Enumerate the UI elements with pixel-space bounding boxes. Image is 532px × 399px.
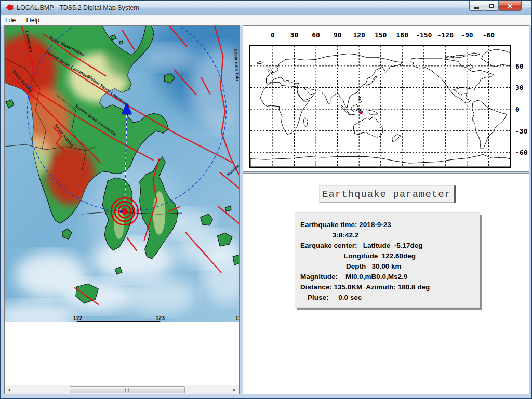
world-map-longitude-label: 30	[290, 31, 299, 39]
world-map-longitude-label: -150	[416, 31, 432, 39]
menu-bar: File Help	[1, 15, 531, 26]
earthquake-parameter-line: 3:8:42.2	[300, 230, 480, 241]
world-map-latitude-label: 60	[515, 62, 524, 70]
world-coastline	[482, 49, 510, 66]
world-coastline	[348, 114, 354, 115]
world-map-longitude-label: 120	[353, 31, 365, 39]
earthquake-panel: Earthquake parameter Earthquake time: 20…	[243, 173, 529, 394]
local-map-canvas[interactable]: LawanopoSesar MatarombeoSistem Sesar Law…	[5, 26, 239, 322]
earthquake-parameter-line: Earquake center: Latitude -5.17deg	[300, 241, 480, 251]
earthquake-parameter-line: Distance: 135.0KM Azimuth: 180.8 deg	[300, 282, 480, 292]
scroll-right-button[interactable]: ▸	[230, 385, 239, 394]
world-coastline	[351, 105, 358, 112]
earthquake-parameter-line: Depth 30.00 km	[300, 261, 480, 272]
world-map-longitude-label: 90	[334, 31, 342, 39]
world-map-latitude-label: -30	[515, 127, 527, 135]
island	[119, 41, 123, 44]
world-map-station-marker	[361, 111, 363, 113]
world-coastline	[250, 154, 510, 167]
window-title: LOCAL.BMP - TDS5.2 Digital Map System	[17, 4, 139, 11]
world-map-longitude-label: -120	[437, 31, 454, 39]
world-coastline	[411, 58, 494, 103]
epicenter-station-dot	[119, 210, 123, 213]
earthquake-parameter-line: Pluse: 0.0 sec	[300, 292, 480, 303]
map-longitude-label: 123	[155, 315, 165, 321]
earthquake-parameter-line: Longitude 122.60deg	[300, 251, 480, 261]
horizontal-scrollbar[interactable]: ◂ ▸	[5, 385, 239, 394]
world-coastline	[469, 53, 480, 56]
earthquake-parameter-line: Magnitude: MI0.0,mB0.0,Ms2.9	[300, 272, 480, 282]
world-map-latitude-label: 30	[515, 84, 524, 91]
world-coastline	[367, 110, 378, 115]
world-coastline	[257, 62, 263, 64]
world-coastline	[392, 135, 401, 142]
scrollbar-grip-icon	[125, 388, 129, 392]
world-map-longitude-label: 180	[396, 31, 408, 39]
world-map-latitude-label: -60	[515, 149, 527, 156]
map-longitude-label: 122	[73, 315, 83, 321]
world-map-panel[interactable]: 0306090120150180-150-120-90-60 60300-30-…	[243, 25, 529, 172]
map-longitude-label: 124	[235, 315, 239, 321]
world-map-longitude-label: 0	[271, 31, 275, 39]
title-bar[interactable]: LOCAL.BMP - TDS5.2 Digital Map System	[1, 1, 531, 16]
earthquake-parameter-line: Earthquake time: 2018-9-23	[300, 220, 480, 230]
world-coastline	[341, 105, 349, 113]
world-coastline	[445, 56, 454, 58]
world-map-longitude-label: -60	[483, 31, 495, 39]
scrollbar-thumb[interactable]	[70, 386, 185, 393]
app-logo-icon	[6, 4, 15, 12]
world-map-canvas	[249, 45, 511, 168]
world-coastline	[453, 55, 466, 57]
earthquake-parameter-box: Earthquake time: 2018-9-233:8:42.2Earqua…	[295, 212, 480, 308]
app-window: LOCAL.BMP - TDS5.2 Digital Map System Fi…	[0, 0, 532, 399]
maximize-button[interactable]	[484, 1, 499, 11]
menu-file[interactable]: File	[1, 15, 20, 24]
scroll-left-button[interactable]: ◂	[5, 385, 14, 394]
minimize-button[interactable]	[469, 1, 484, 11]
world-coastline	[353, 117, 383, 137]
minimize-icon	[474, 7, 479, 9]
world-map-latitude-label: 0	[515, 105, 520, 113]
world-map-longitude-label: 60	[312, 31, 320, 39]
local-map-panel: LawanopoSesar MatarombeoSistem Sesar Law…	[4, 25, 240, 394]
earthquake-panel-title: Earthquake parameter	[319, 185, 456, 203]
world-coastline	[304, 118, 308, 127]
menu-help[interactable]: Help	[22, 15, 44, 24]
close-button[interactable]	[498, 1, 522, 11]
world-coastline	[359, 96, 362, 103]
close-icon	[507, 3, 513, 9]
world-map-longitude-label: -90	[461, 31, 473, 39]
world-coastline	[472, 100, 507, 148]
world-map-longitude-label: 150	[375, 31, 387, 39]
maximize-icon	[489, 4, 494, 8]
